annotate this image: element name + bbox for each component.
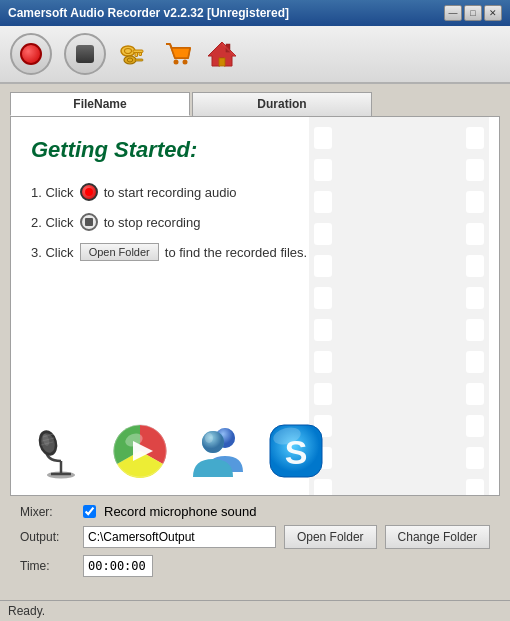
users-icon (189, 422, 247, 480)
svg-rect-20 (314, 287, 332, 309)
svg-rect-7 (135, 59, 143, 61)
output-label: Output: (20, 530, 75, 544)
svg-point-9 (183, 60, 188, 65)
status-text: Ready. (8, 604, 45, 618)
mixer-label: Mixer: (20, 505, 75, 519)
steps-list: 1. Click to start recording audio 2. Cli… (31, 183, 479, 261)
stop-button[interactable] (64, 33, 106, 75)
getting-started-title: Getting Started: (31, 137, 479, 163)
time-label: Time: (20, 559, 75, 573)
svg-rect-35 (466, 383, 484, 405)
microphone-icon (31, 420, 91, 480)
svg-rect-33 (466, 319, 484, 341)
getting-started-section: Getting Started: 1. Click to start recor… (11, 117, 499, 286)
stop-square (85, 218, 93, 226)
svg-rect-22 (314, 351, 332, 373)
step3-open-folder-button[interactable]: Open Folder (80, 243, 159, 261)
svg-point-55 (202, 431, 224, 453)
step-2: 2. Click to stop recording (31, 213, 479, 231)
record-button[interactable] (10, 33, 52, 75)
main-content: FileName Duration (0, 84, 510, 599)
step2-pre: 2. Click (31, 215, 74, 230)
mixer-checkbox[interactable] (83, 505, 96, 518)
maximize-button[interactable]: □ (464, 5, 482, 21)
step3-pre: 3. Click (31, 245, 74, 260)
cart-icon (162, 38, 194, 70)
time-display (83, 555, 153, 577)
svg-point-5 (124, 56, 136, 64)
svg-rect-38 (466, 479, 484, 495)
svg-rect-23 (314, 383, 332, 405)
svg-rect-3 (139, 53, 142, 56)
step1-post: to start recording audio (104, 185, 237, 200)
record-icon (20, 43, 42, 65)
tab-container: FileName Duration (10, 92, 500, 116)
title-bar: Camersoft Audio Recorder v2.2.32 [Unregi… (0, 0, 510, 26)
media-player-icon (111, 422, 169, 480)
home-icon (206, 38, 238, 70)
bottom-controls: Mixer: Record microphone sound Output: O… (10, 496, 500, 591)
svg-rect-34 (466, 351, 484, 373)
svg-point-8 (174, 60, 179, 65)
content-panel: Getting Started: 1. Click to start recor… (10, 116, 500, 496)
toolbar (0, 26, 510, 84)
output-path-input[interactable] (83, 526, 276, 548)
time-row: Time: (20, 555, 490, 577)
output-row: Output: Open Folder Change Folder (20, 525, 490, 549)
close-button[interactable]: ✕ (484, 5, 502, 21)
stop-icon (76, 45, 94, 63)
app-icons-row: S (31, 420, 325, 480)
home-button[interactable] (206, 38, 238, 70)
status-bar: Ready. (0, 600, 510, 621)
window-controls: — □ ✕ (444, 5, 502, 21)
keys-button[interactable] (118, 38, 150, 70)
mixer-row: Mixer: Record microphone sound (20, 504, 490, 519)
svg-rect-4 (135, 53, 138, 57)
step2-stop-icon (80, 213, 98, 231)
cart-button[interactable] (162, 38, 194, 70)
tab-filename[interactable]: FileName (10, 92, 190, 116)
tabs: FileName Duration (10, 92, 500, 116)
svg-rect-36 (466, 415, 484, 437)
minimize-button[interactable]: — (444, 5, 462, 21)
keys-icon (118, 38, 150, 70)
skype-icon: S (267, 422, 325, 480)
step3-post: to find the recorded files. (165, 245, 307, 260)
record-dot (85, 188, 93, 196)
tab-duration[interactable]: Duration (192, 92, 372, 116)
svg-rect-12 (219, 58, 225, 66)
open-folder-button[interactable]: Open Folder (284, 525, 377, 549)
step1-record-icon (80, 183, 98, 201)
svg-rect-21 (314, 319, 332, 341)
window-title: Camersoft Audio Recorder v2.2.32 [Unregi… (8, 6, 289, 20)
step1-pre: 1. Click (31, 185, 74, 200)
svg-point-56 (205, 433, 213, 443)
step2-post: to stop recording (104, 215, 201, 230)
svg-rect-26 (314, 479, 332, 495)
svg-rect-32 (466, 287, 484, 309)
step-3: 3. Click Open Folder to find the recorde… (31, 243, 479, 261)
step-1: 1. Click to start recording audio (31, 183, 479, 201)
change-folder-button[interactable]: Change Folder (385, 525, 490, 549)
mixer-text: Record microphone sound (104, 504, 256, 519)
svg-rect-37 (466, 447, 484, 469)
